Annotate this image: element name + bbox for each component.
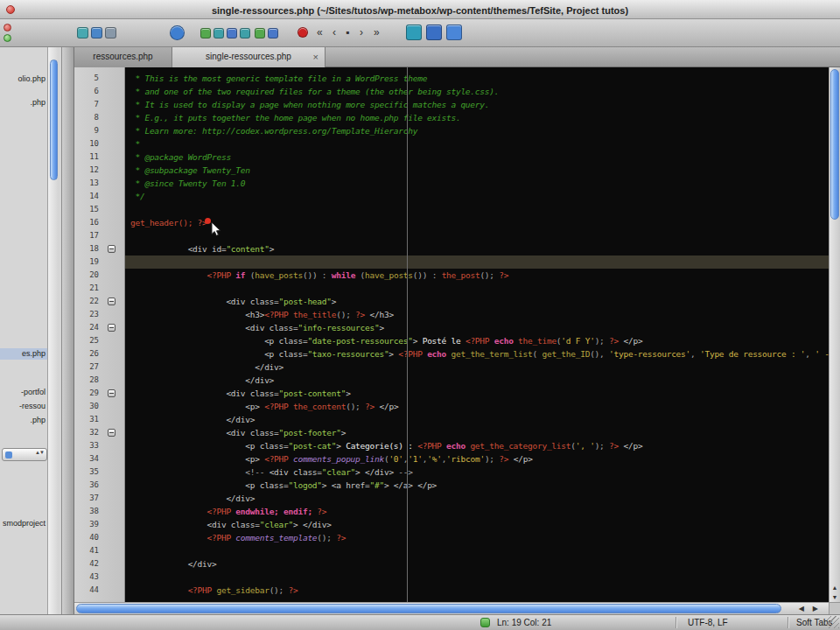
stop-icon[interactable]: ▪ xyxy=(346,26,349,38)
code-line[interactable]: <?PHP get_sidebar(); ?> xyxy=(125,584,829,597)
code-line[interactable]: <?PHP endwhile; endif; ?> xyxy=(125,505,829,518)
code-line[interactable]: </div> xyxy=(125,413,829,426)
code-line[interactable]: <div class="post-head"> xyxy=(125,295,829,308)
code-line[interactable]: <p class="taxo-ressources"> <?PHP echo g… xyxy=(125,347,829,360)
code-line[interactable]: </div> xyxy=(125,374,829,387)
code-line[interactable]: </div> xyxy=(125,557,829,570)
line-number: 41 xyxy=(74,544,99,557)
code-line[interactable]: <p> <?PHP the_content(); ?> </p> xyxy=(125,400,829,413)
vertical-scrollbar[interactable]: ▲ ▼ xyxy=(829,67,840,602)
tool-icon-5[interactable] xyxy=(255,28,265,38)
fold-toggle-icon[interactable] xyxy=(108,389,116,397)
code-line[interactable]: * xyxy=(125,137,829,150)
code-line[interactable]: * @since Twenty Ten 1.0 xyxy=(125,177,829,190)
code-line[interactable] xyxy=(125,544,829,557)
line-number: 18 xyxy=(74,242,99,256)
code-line[interactable]: </div> xyxy=(125,360,829,374)
code-line[interactable]: <p class="post-cat"> Categorie(s) : <?PH… xyxy=(125,439,829,452)
code-line[interactable]: <div id="content"> xyxy=(125,242,829,256)
scroll-down-icon[interactable]: ▼ xyxy=(830,594,840,600)
code-line[interactable]: * This is the most generic template file… xyxy=(125,72,829,85)
line-number: 22 xyxy=(74,295,99,308)
scroll-left-icon[interactable]: ◀ xyxy=(799,605,804,612)
code-line[interactable]: <h3><?PHP the_title(); ?> </h3> xyxy=(125,308,829,321)
code-line[interactable]: <!-- <div class="clear"> </div> --> xyxy=(125,466,829,479)
code-line[interactable] xyxy=(125,282,829,295)
drawer-item[interactable]: es.php xyxy=(22,348,46,360)
fold-toggle-icon[interactable] xyxy=(108,298,116,305)
vertical-scrollbar-thumb[interactable] xyxy=(830,69,839,220)
encoding-label[interactable]: UTF-8, LF xyxy=(688,618,728,627)
code-line[interactable]: get_header(); ?> xyxy=(125,216,829,229)
line-number: 15 xyxy=(74,203,99,216)
line-number: 24 xyxy=(74,321,99,334)
tab-close-icon[interactable]: × xyxy=(313,47,318,66)
globe-icon[interactable] xyxy=(170,25,185,40)
status-ok-icon[interactable] xyxy=(480,618,490,627)
code-line[interactable]: <?PHP comments_template(); ?> xyxy=(125,531,829,544)
code-line[interactable]: * It is used to display a page when noth… xyxy=(125,98,829,111)
horizontal-scrollbar-thumb[interactable] xyxy=(76,604,781,613)
cursor-position: Ln: 19 Col: 21 xyxy=(497,618,551,627)
code-line[interactable] xyxy=(125,203,829,216)
drawer-item[interactable]: -portfol xyxy=(21,387,46,398)
code-line[interactable] xyxy=(125,229,829,242)
video-icon-3[interactable] xyxy=(446,24,462,40)
code-line[interactable] xyxy=(125,570,829,584)
tool-icon-4[interactable] xyxy=(240,28,250,38)
video-icon-2[interactable] xyxy=(426,24,442,40)
code-line[interactable]: * @subpackage Twenty_Ten xyxy=(125,164,829,177)
save-doc-icon[interactable] xyxy=(105,27,116,38)
drawer-edge[interactable] xyxy=(61,47,74,614)
drawer-scrollbar[interactable] xyxy=(47,47,59,614)
code-line[interactable] xyxy=(125,256,829,269)
code-line[interactable]: <p class="logod"> <a href="#"> </a> </p> xyxy=(125,479,829,492)
tool-icon-1[interactable] xyxy=(200,28,211,38)
fast-forward-icon[interactable]: » xyxy=(374,26,380,38)
scroll-right-icon[interactable]: ▶ xyxy=(813,605,818,612)
code-line[interactable]: <div class="info-ressources"> xyxy=(125,321,829,334)
horizontal-scrollbar[interactable]: ◀ ▶ xyxy=(74,602,829,614)
code-line[interactable]: <div class="clear"> </div> xyxy=(125,518,829,531)
tool-icon-6[interactable] xyxy=(268,28,278,38)
drawer-scrollbar-thumb[interactable] xyxy=(50,60,58,180)
drawer-item[interactable]: -ressou xyxy=(19,401,46,412)
new-doc-icon[interactable] xyxy=(77,27,88,38)
code-line[interactable]: <p> <?PHP comments_popup_link('0','1','%… xyxy=(125,452,829,466)
close-window-button[interactable] xyxy=(6,5,15,14)
drawer-item[interactable]: olio.php xyxy=(18,74,46,85)
code-line[interactable]: <div class="post-content"> xyxy=(125,387,829,400)
fold-toggle-icon[interactable] xyxy=(108,245,116,253)
scroll-up-icon[interactable]: ▲ xyxy=(830,584,840,591)
drawer-item[interactable]: .php xyxy=(30,415,46,426)
tool-icon-2[interactable] xyxy=(214,28,224,38)
tab-ressources[interactable]: ressources.php xyxy=(74,47,172,67)
drawer-item[interactable]: .php xyxy=(30,97,46,108)
line-number: 20 xyxy=(74,269,99,282)
code-line[interactable]: */ xyxy=(125,190,829,203)
line-number: 13 xyxy=(74,177,99,190)
open-doc-icon[interactable] xyxy=(91,27,102,38)
code-line[interactable]: * @package WordPress xyxy=(125,150,829,164)
fold-toggle-icon[interactable] xyxy=(108,429,116,437)
step-back-icon[interactable]: ‹ xyxy=(332,26,336,38)
code-line[interactable]: * Learn more: http://codex.wordpress.org… xyxy=(125,124,829,137)
drawer-item[interactable]: smodproject xyxy=(3,518,46,529)
code-line[interactable]: * E.g., it puts together the home page w… xyxy=(125,111,829,124)
code-editor[interactable]: 5678910111213141516171819202122232425262… xyxy=(74,67,829,602)
video-icon-1[interactable] xyxy=(406,24,422,40)
line-number: 28 xyxy=(74,374,99,387)
record-icon[interactable] xyxy=(298,27,308,38)
step-forward-icon[interactable]: › xyxy=(360,26,363,38)
resize-grip[interactable] xyxy=(827,616,839,628)
tool-icon-3[interactable] xyxy=(227,28,237,38)
code-line[interactable]: <div class="post-footer"> xyxy=(125,426,829,439)
fold-toggle-icon[interactable] xyxy=(108,324,116,332)
rewind-icon[interactable]: « xyxy=(317,26,323,38)
code-line[interactable]: <p class="date-post-ressources"> Posté l… xyxy=(125,334,829,347)
tab-single-ressources[interactable]: single-ressources.php × xyxy=(172,47,326,67)
code-line[interactable]: * and one of the two required files for … xyxy=(125,85,829,98)
code-line[interactable]: <?PHP if (have_posts()) : while (have_po… xyxy=(125,269,829,282)
drawer-popup-button[interactable]: ▲▼ xyxy=(2,448,47,461)
code-line[interactable]: </div> xyxy=(125,492,829,505)
